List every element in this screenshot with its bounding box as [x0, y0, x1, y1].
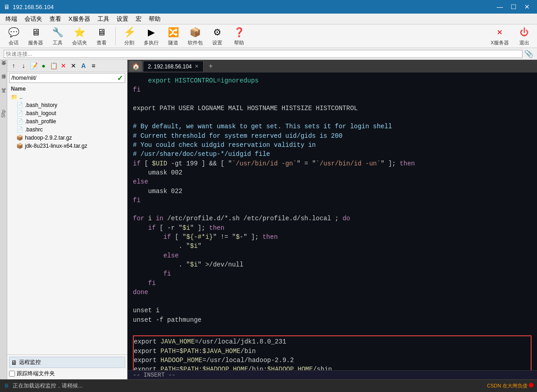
- term-line-1: export HISTCONTROL=ignoredups: [133, 76, 532, 85]
- menu-macro[interactable]: 宏: [132, 14, 145, 24]
- fp-btn-delete[interactable]: ✕: [59, 61, 68, 70]
- term-line-blank3: [133, 205, 532, 214]
- term-line-5: # Current threshold for system reserved …: [133, 131, 532, 140]
- tab-home[interactable]: 🏠: [129, 61, 142, 72]
- titlebar-title: 192.168.56.104: [13, 4, 54, 10]
- tree-header-name: Name: [11, 86, 26, 92]
- term-line-21: done: [133, 288, 532, 297]
- toolbar-sessions[interactable]: 💬 会话: [4, 25, 24, 47]
- minimize-button[interactable]: —: [493, 2, 506, 11]
- tree-item-jdk-tar[interactable]: 📦 jdk-8u231-linux-x64.tar.gz: [7, 142, 127, 150]
- multiexec-label: 多执行: [144, 39, 159, 46]
- xserver-icon: ✕: [493, 26, 506, 39]
- tree-header: Name: [7, 85, 127, 93]
- toolbar-xserver[interactable]: ✕ X服务器: [488, 25, 512, 47]
- file-icon: 📄: [16, 110, 23, 116]
- fp-btn-up[interactable]: ↑: [9, 61, 18, 70]
- fp-btn-edit[interactable]: 📝: [29, 61, 38, 70]
- fp-btn-new[interactable]: ●: [39, 61, 48, 70]
- toolbar-packages[interactable]: 📦 软件包: [185, 25, 205, 47]
- toolbar-tools[interactable]: 🔧 工具: [48, 25, 68, 47]
- toolbar-tunnel[interactable]: 🔀 隧道: [163, 25, 183, 47]
- tree-item-hadoop-tar[interactable]: 📦 hadoop-2.9.2.tar.gz: [7, 134, 127, 142]
- close-button[interactable]: ✕: [521, 2, 533, 11]
- terminal[interactable]: export HISTCONTROL=ignoredups fi export …: [127, 73, 537, 370]
- favs-label: 会话夹: [72, 39, 87, 46]
- path-check: ✓: [117, 74, 123, 82]
- tree-item-bash-logout[interactable]: 📄 .bash_logout: [7, 109, 127, 117]
- toolbar-sep1: [115, 27, 116, 45]
- sessions-icon: 💬: [7, 26, 20, 39]
- packages-icon: 📦: [189, 26, 202, 39]
- fp-btn-font[interactable]: A: [79, 61, 88, 70]
- menu-xserver[interactable]: X服务器: [65, 14, 94, 24]
- toolbar-multiexec[interactable]: ▶ 多执行: [141, 25, 161, 47]
- quickconnect-input[interactable]: [4, 50, 522, 58]
- toolbar-exit[interactable]: ⏻ 退出: [515, 25, 533, 47]
- menu-terminal[interactable]: 终端: [2, 14, 21, 24]
- file-icon: 📄: [16, 102, 23, 108]
- menu-settings[interactable]: 设置: [113, 14, 132, 24]
- term-line-14: if [ -r "$i" ]; then: [133, 223, 532, 232]
- term-line-12: fi: [133, 196, 532, 205]
- tabbar: 🏠 2. 192.168.56.104 ✕ +: [127, 60, 537, 73]
- tab-session-1[interactable]: 2. 192.168.56.104 ✕: [143, 61, 204, 72]
- term-line-27: export PATH=$PATH:$HADOOP_HOME/bin:$HADO…: [134, 365, 531, 370]
- term-line-19: fi: [133, 269, 532, 278]
- term-line-2: fi: [133, 85, 532, 94]
- attachment-icon: 📎: [524, 49, 533, 58]
- term-line-10: else: [133, 177, 532, 186]
- titlebar-controls: — ☐ ✕: [493, 2, 533, 11]
- toolbar-settings[interactable]: ⚙ 设置: [207, 25, 227, 47]
- term-line-blank2: [133, 113, 532, 122]
- main-area: 文件夹 标签 工具 Sftp ↑ ↓ 📝 ● 📋 ✕ ✕ A ≡ ✓ Name: [0, 60, 537, 379]
- tab-close-btn[interactable]: ✕: [195, 63, 199, 69]
- file-icon: 📄: [16, 118, 23, 125]
- fp-btn-menu[interactable]: ≡: [89, 61, 98, 70]
- tree-item-bash-history[interactable]: 📄 .bash_history: [7, 101, 127, 109]
- statusbar-right: CSDN 在大闸负债: [487, 382, 533, 389]
- tab-connect-btn[interactable]: +: [205, 61, 217, 72]
- tree-item-name: .bashrc: [25, 126, 43, 133]
- xserver-label: X服务器: [491, 39, 509, 46]
- remote-monitor-label: 远程监控: [19, 358, 41, 366]
- tree-item-name: .bash_history: [25, 102, 57, 108]
- tunnel-label: 隧道: [168, 39, 178, 46]
- remote-monitor-btn[interactable]: 🖥 远程监控: [9, 357, 125, 368]
- file-icon: 📄: [16, 126, 23, 133]
- tree-item-bashrc[interactable]: 📄 .bashrc: [7, 126, 127, 134]
- fp-btn-copy[interactable]: 📋: [49, 61, 58, 70]
- fp-btn-down[interactable]: ↓: [19, 61, 28, 70]
- path-input[interactable]: [11, 75, 117, 81]
- titlebar-left: 🖥 192.168.56.104: [4, 3, 54, 10]
- menu-help[interactable]: 帮助: [145, 14, 164, 24]
- status-app-icon: 🖥: [4, 382, 11, 390]
- term-line-23: unset -f pathmunge: [133, 315, 532, 324]
- toolbar-split[interactable]: ⚡ 分割: [119, 25, 139, 47]
- split-icon: ⚡: [123, 26, 136, 39]
- monitor-icon: 🖥: [11, 359, 17, 366]
- terminal-mode-line: -- INSERT --: [127, 370, 537, 379]
- maximize-button[interactable]: ☐: [507, 2, 520, 11]
- menu-tools[interactable]: 工具: [94, 14, 113, 24]
- term-line-16: . "$i": [133, 242, 532, 251]
- toolbar-server[interactable]: 🖥 服务器: [25, 25, 46, 47]
- exit-icon: ⏻: [518, 26, 531, 39]
- tree-item-bash-profile[interactable]: 📄 .bash_profile: [7, 117, 127, 126]
- highlight-export-block: export JAVA_HOME=/usr/local/jdk1.8.0_231…: [133, 335, 532, 370]
- tree-item-parent[interactable]: 📁 ..: [7, 93, 127, 101]
- menu-view[interactable]: 查看: [46, 14, 65, 24]
- term-line-25: export PATH=$PATH:$JAVA_HOME/bin: [134, 347, 531, 356]
- tree-item-name: jdk-8u231-linux-x64.tar.gz: [25, 143, 87, 149]
- toolbar-help[interactable]: ❓ 帮助: [229, 25, 249, 47]
- toolbar-view[interactable]: 🖥 查看: [92, 25, 112, 47]
- track-terminal-checkbox[interactable]: [9, 371, 15, 377]
- quickconnect-bar: 📎: [0, 48, 537, 60]
- tree-item-name: .bash_profile: [25, 118, 56, 125]
- term-line-8: if [ $UID -gt 199 ] && [ "`/usr/bin/id -…: [133, 159, 532, 168]
- tunnel-icon: 🔀: [167, 26, 180, 39]
- fp-btn-close[interactable]: ✕: [69, 61, 78, 70]
- menu-sessions[interactable]: 会话夹: [21, 14, 46, 24]
- filepanel-tree: Name 📁 .. 📄 .bash_history 📄 .bash_logout…: [7, 84, 127, 354]
- toolbar-favs[interactable]: ⭐ 会话夹: [69, 25, 90, 47]
